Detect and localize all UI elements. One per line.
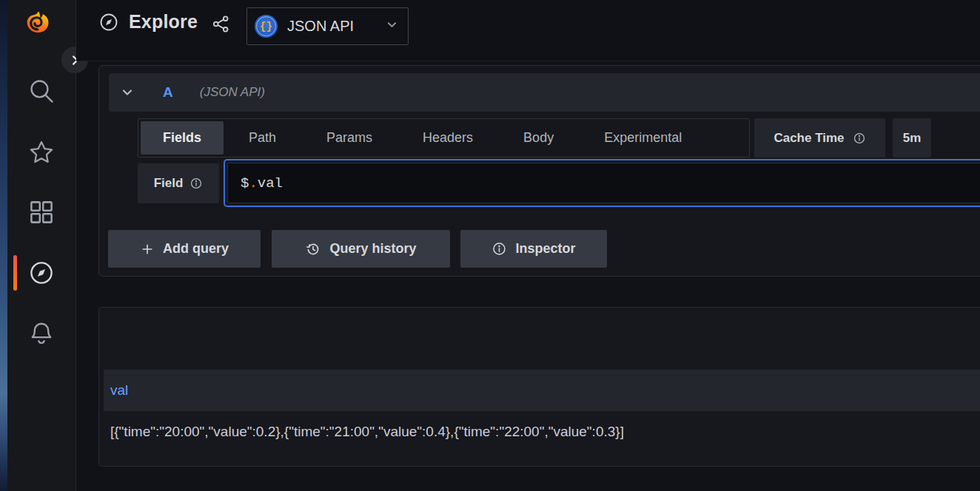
active-nav-indicator <box>13 255 17 291</box>
desktop-edge-strip <box>0 0 7 491</box>
grafana-explore-window: Explore {} JSON API A (JSON API) Fields … <box>0 0 980 491</box>
field-label: Field <box>154 176 184 191</box>
chevron-down-icon <box>386 19 397 33</box>
search-icon[interactable] <box>27 76 56 106</box>
tab-path[interactable]: Path <box>224 121 301 155</box>
query-history-button[interactable]: Query history <box>272 230 450 268</box>
star-icon[interactable] <box>27 138 56 167</box>
inspector-button[interactable]: Inspector <box>460 230 607 268</box>
explore-compass-title-icon <box>98 12 119 33</box>
dashboards-grid-icon[interactable] <box>27 197 56 227</box>
datasource-picker[interactable]: {} JSON API <box>246 7 409 45</box>
alerting-bell-icon[interactable] <box>27 319 56 348</box>
jsonpath-input-focus-ring: $.val <box>224 159 980 207</box>
sidebar <box>7 0 76 491</box>
tab-params[interactable]: Params <box>301 121 397 155</box>
cache-time-value[interactable]: 5m <box>893 118 931 158</box>
history-icon <box>305 241 321 257</box>
table-cell-value: [{"time":"20:00","value":0.2},{"time":"2… <box>110 424 624 440</box>
table-header-row[interactable]: val <box>104 370 980 411</box>
info-icon <box>491 241 507 257</box>
jsonpath-field-input[interactable]: $.val <box>227 163 980 203</box>
query-history-label: Query history <box>329 241 416 257</box>
plus-icon <box>140 242 155 257</box>
jsonpath-segment-token: val <box>258 175 283 192</box>
info-icon[interactable] <box>853 132 866 145</box>
json-braces-glyph: {} <box>260 21 272 33</box>
add-query-label: Add query <box>163 241 229 257</box>
datasource-name: JSON API <box>287 18 354 35</box>
tab-body[interactable]: Body <box>498 121 579 155</box>
column-header-val[interactable]: val <box>110 382 128 399</box>
tab-experimental[interactable]: Experimental <box>579 121 707 155</box>
info-icon[interactable] <box>189 177 203 190</box>
tab-headers[interactable]: Headers <box>397 121 498 155</box>
add-query-button[interactable]: Add query <box>108 230 261 268</box>
collapse-chevron-icon[interactable] <box>121 87 133 98</box>
query-ref-id: A <box>163 84 173 101</box>
field-label-chip: Field <box>138 163 219 203</box>
jsonpath-dot-token: . <box>249 175 257 192</box>
inspector-label: Inspector <box>515 241 575 257</box>
results-table-panel: val [{"time":"20:00","value":0.2},{"time… <box>98 307 980 467</box>
query-editor-tabs: Fields Path Params Headers Body Experime… <box>138 118 750 158</box>
explore-compass-icon[interactable] <box>27 258 56 288</box>
json-api-datasource-icon: {} <box>255 15 278 38</box>
query-datasource-hint: (JSON API) <box>200 85 265 100</box>
cache-time-label: Cache Time <box>773 131 844 146</box>
cache-time-label-chip: Cache Time <box>754 118 885 158</box>
query-row-header[interactable]: A (JSON API) <box>109 73 980 112</box>
tab-fields[interactable]: Fields <box>141 121 224 155</box>
page-title: Explore <box>129 11 198 33</box>
share-icon[interactable] <box>211 14 231 34</box>
jsonpath-root-token: $ <box>241 175 249 192</box>
explore-toolbar: Explore {} JSON API <box>76 0 980 61</box>
grafana-logo-icon[interactable] <box>24 9 53 38</box>
table-row: [{"time":"20:00","value":0.2},{"time":"2… <box>104 411 980 453</box>
